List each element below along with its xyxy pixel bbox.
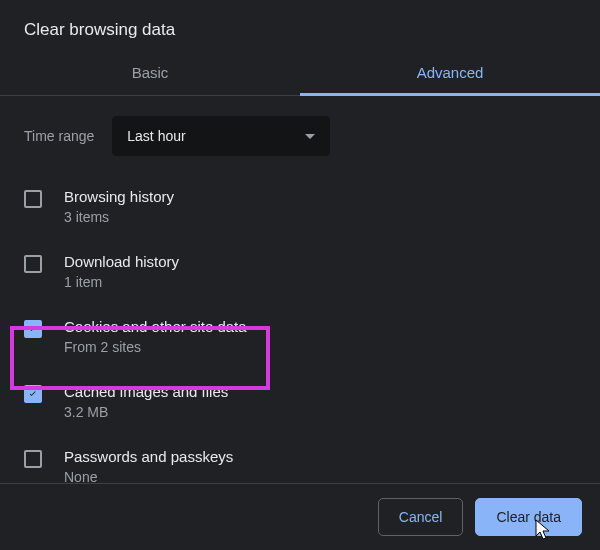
- time-range-label: Time range: [24, 128, 94, 144]
- option-sub: 3.2 MB: [64, 404, 228, 420]
- options-list: Browsing history 3 items Download histor…: [24, 178, 576, 483]
- option-title: Cookies and other site data: [64, 318, 247, 335]
- time-range-select[interactable]: Last hour: [112, 116, 330, 156]
- dialog-title: Clear browsing data: [0, 0, 600, 50]
- option-passwords[interactable]: Passwords and passkeys None: [24, 438, 576, 483]
- checkbox-cached[interactable]: [24, 385, 42, 403]
- checkbox-download-history[interactable]: [24, 255, 42, 273]
- option-sub: From 2 sites: [64, 339, 247, 355]
- tab-advanced[interactable]: Advanced: [300, 50, 600, 95]
- option-cached[interactable]: Cached images and files 3.2 MB: [24, 373, 576, 438]
- option-download-history[interactable]: Download history 1 item: [24, 243, 576, 308]
- option-sub: 1 item: [64, 274, 179, 290]
- tab-bar: Basic Advanced: [0, 50, 600, 96]
- option-sub: None: [64, 469, 233, 483]
- clear-browsing-data-dialog: Clear browsing data Basic Advanced Time …: [0, 0, 600, 550]
- option-cookies[interactable]: Cookies and other site data From 2 sites: [24, 308, 576, 373]
- option-title: Download history: [64, 253, 179, 270]
- time-range-value: Last hour: [127, 128, 185, 144]
- tab-basic[interactable]: Basic: [0, 50, 300, 95]
- dialog-footer: Cancel Clear data: [0, 483, 600, 550]
- checkbox-browsing-history[interactable]: [24, 190, 42, 208]
- checkbox-cookies[interactable]: [24, 320, 42, 338]
- option-title: Passwords and passkeys: [64, 448, 233, 465]
- clear-data-button[interactable]: Clear data: [475, 498, 582, 536]
- option-title: Cached images and files: [64, 383, 228, 400]
- time-range-row: Time range Last hour: [24, 96, 576, 178]
- chevron-down-icon: [305, 134, 315, 139]
- checkbox-passwords[interactable]: [24, 450, 42, 468]
- option-browsing-history[interactable]: Browsing history 3 items: [24, 178, 576, 243]
- option-sub: 3 items: [64, 209, 174, 225]
- option-title: Browsing history: [64, 188, 174, 205]
- dialog-body: Time range Last hour Browsing history 3 …: [0, 96, 600, 483]
- cancel-button[interactable]: Cancel: [378, 498, 464, 536]
